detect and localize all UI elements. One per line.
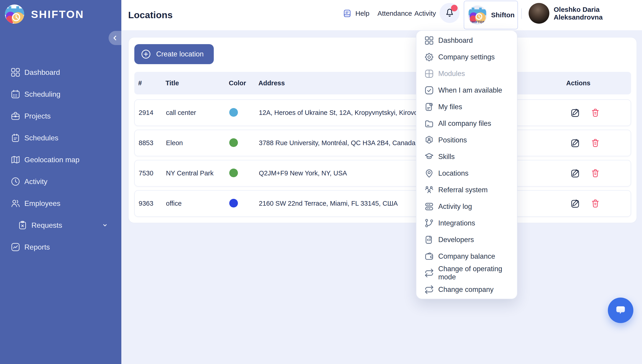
menu-item-referral-system[interactable]: Referral system: [416, 182, 517, 198]
user-avatar[interactable]: [529, 3, 549, 24]
menu-item-dashboard[interactable]: Dashboard: [416, 32, 517, 49]
modules-icon: [424, 69, 434, 79]
location-id: 9363: [135, 200, 162, 207]
menu-item-activity-log[interactable]: Activity log: [416, 198, 517, 215]
briefcase-icon: [10, 111, 21, 121]
trash-icon-button[interactable]: [590, 168, 600, 178]
page-title: Locations: [128, 0, 173, 30]
table-row: 7530 NY Central Park Q2JM+F9 New York, N…: [134, 160, 631, 186]
trash-icon-button[interactable]: [590, 198, 600, 209]
help-label: Help: [355, 10, 369, 17]
edit-button[interactable]: [570, 138, 580, 148]
menu-item-company-settings[interactable]: Company settings: [416, 49, 517, 65]
location-title: office: [162, 200, 226, 207]
sidebar-item-dashboard[interactable]: Dashboard: [0, 62, 121, 83]
sidebar-item-reports[interactable]: Reports: [0, 236, 121, 258]
clipboard-x-icon: [17, 220, 28, 230]
swap-arrows-icon: [424, 284, 434, 294]
menu-item-label: Dashboard: [438, 36, 473, 44]
nav-attendance[interactable]: Attendance: [377, 0, 412, 27]
sidebar-item-label: Reports: [24, 243, 50, 252]
sidebar-item-label: Schedules: [24, 134, 58, 142]
notifications-button[interactable]: [440, 3, 460, 23]
edit-button[interactable]: [570, 108, 580, 118]
location-id: 8853: [135, 139, 162, 147]
code-file-icon: [424, 235, 434, 245]
company-dropdown-menu: Dashboard Company settings Modules: [416, 30, 517, 299]
sidebar-collapse-button[interactable]: [109, 31, 121, 45]
menu-item-change-company[interactable]: Change company: [416, 281, 517, 298]
gear-icon: [424, 52, 434, 62]
chat-widget-button[interactable]: [608, 298, 633, 323]
trash-icon-button[interactable]: [590, 138, 600, 148]
menu-item-label: Activity log: [438, 202, 472, 211]
chevron-down-icon: [101, 221, 109, 229]
chat-bubble-icon: [613, 303, 628, 318]
menu-item-label: Integrations: [438, 219, 475, 227]
menu-item-label: Company balance: [438, 252, 495, 260]
sidebar-item-label: Activity: [24, 178, 47, 186]
location-id: 2914: [135, 109, 162, 116]
sidebar-item-projects[interactable]: Projects: [0, 105, 121, 127]
sidebar-item-employees[interactable]: Employees: [0, 192, 121, 214]
menu-item-label: All company files: [438, 120, 491, 128]
header-divider: [521, 8, 522, 19]
menu-item-integrations[interactable]: Integrations: [416, 215, 517, 231]
menu-item-my-files[interactable]: My files: [416, 98, 517, 115]
menu-item-label: Developers: [438, 236, 474, 244]
menu-item-company-balance[interactable]: Company balance: [416, 248, 517, 264]
sidebar-item-label: Dashboard: [24, 68, 60, 77]
location-title: Eleon: [162, 139, 226, 147]
nav-activity[interactable]: Activity: [414, 0, 436, 27]
menu-item-label: When I am available: [438, 86, 502, 94]
create-location-label: Create location: [156, 50, 204, 58]
location-title: NY Central Park: [162, 170, 226, 177]
brand-name: SHIFTON: [31, 8, 84, 20]
menu-item-skills[interactable]: Skills: [416, 148, 517, 165]
menu-item-label: Skills: [438, 153, 455, 161]
menu-item-label: Change of operating mode: [438, 265, 517, 281]
sidebar-item-activity[interactable]: Activity: [0, 170, 121, 192]
menu-item-developers[interactable]: Developers: [416, 231, 517, 248]
edit-button[interactable]: [570, 168, 580, 178]
svg-text:SHIFTON: SHIFTON: [469, 20, 485, 24]
sidebar-item-label: Geolocation map: [24, 156, 80, 164]
trend-icon: [10, 242, 21, 252]
map-icon: [10, 154, 21, 165]
trash-icon-button[interactable]: [590, 108, 600, 118]
menu-item-label: Company settings: [438, 53, 495, 61]
menu-item-all-company-files[interactable]: All company files: [416, 115, 517, 132]
menu-item-when-i-am-available[interactable]: When I am available: [416, 82, 517, 98]
sidebar-item-scheduling[interactable]: Scheduling: [0, 83, 121, 105]
file-clock-icon: [424, 102, 434, 112]
column-header-title: Title: [162, 80, 225, 87]
grid-icon: [424, 36, 434, 46]
clipboard-lines-icon: [10, 133, 21, 143]
sidebar-item-label: Employees: [24, 199, 60, 208]
wallet-icon: [424, 252, 434, 262]
notification-dot: [451, 5, 458, 12]
menu-item-locations[interactable]: Locations: [416, 165, 517, 182]
map-pin-icon: [424, 168, 434, 178]
menu-item-modules[interactable]: Modules: [416, 65, 517, 82]
company-switcher[interactable]: SHIFTON Shifton: [464, 1, 518, 29]
menu-item-positions[interactable]: Positions: [416, 132, 517, 148]
sidebar-item-geolocation-map[interactable]: Geolocation map: [0, 149, 121, 170]
location-color-dot: [229, 138, 238, 147]
help-link[interactable]: Help: [343, 0, 369, 27]
chevron-left-icon: [111, 34, 119, 42]
sidebar-item-requests[interactable]: Requests: [0, 214, 121, 236]
sidebar-item-label: Scheduling: [24, 90, 60, 98]
edit-button[interactable]: [570, 198, 580, 209]
create-location-button[interactable]: Create location: [134, 44, 214, 64]
company-logo: SHIFTON: [467, 4, 488, 26]
brand[interactable]: SHIFTON: [4, 4, 84, 24]
check-square-icon: [424, 85, 434, 95]
clock-icon: [10, 176, 21, 187]
location-id: 7530: [135, 170, 162, 177]
user-name[interactable]: Oleshko Daria Aleksandrovna: [554, 0, 642, 27]
table-row: 8853 Eleon 3788 Rue University, Montréal…: [134, 130, 631, 156]
menu-item-label: Referral system: [438, 186, 488, 194]
menu-item-change-operating-mode[interactable]: Change of operating mode: [416, 264, 517, 281]
sidebar-item-schedules[interactable]: Schedules: [0, 127, 121, 149]
